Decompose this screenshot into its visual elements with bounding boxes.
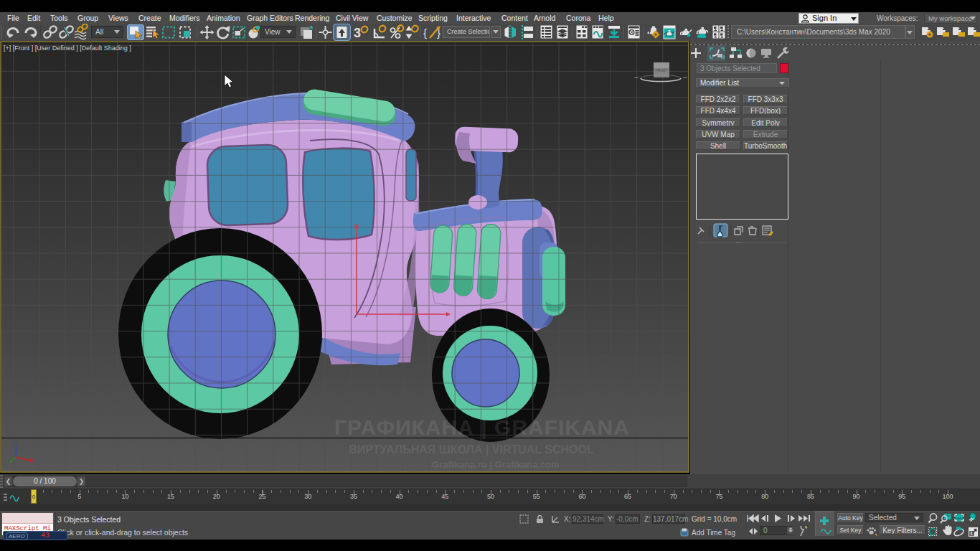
svg-text:[+] [Front ] [User Defined ] [: [+] [Front ] [User Defined ] [Default Sh…	[4, 44, 131, 52]
svg-text:{: {	[423, 27, 427, 39]
svg-text:ВИРТУАЛЬНАЯ ШКОЛА | VIRTUAL SC: ВИРТУАЛЬНАЯ ШКОЛА | VIRTUAL SCHOOL	[349, 443, 594, 456]
svg-text:FRONT: FRONT	[656, 69, 668, 72]
svg-text:3: 3	[354, 26, 361, 40]
svg-text:ГРАФИКАНА | GRAFIKANA: ГРАФИКАНА | GRAFIKANA	[334, 415, 630, 439]
svg-text:Grafikana.ru | Grafikana.com: Grafikana.ru | Grafikana.com	[432, 459, 560, 470]
